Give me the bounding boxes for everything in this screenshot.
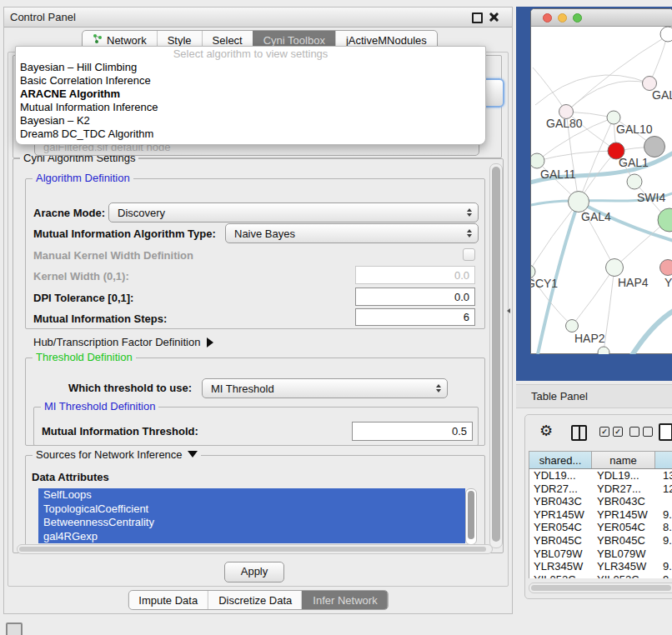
split-view-icon[interactable]: [571, 425, 587, 441]
network-edge[interactable]: [649, 36, 667, 83]
attribute-item-betweennesscentrality[interactable]: BetweennessCentrality: [38, 516, 465, 530]
mi-type-select[interactable]: Naive Bayes: [225, 223, 479, 243]
network-window-titlebar[interactable]: [531, 9, 672, 27]
network-node[interactable]: [644, 137, 665, 158]
table-row[interactable]: YLR345WYLR345W9.: [529, 560, 672, 573]
settings-scrollbar[interactable]: [489, 163, 503, 548]
sources-title[interactable]: Sources for Network Inference: [33, 449, 201, 461]
node-label-swi4: SWI4: [637, 191, 665, 204]
docked-panel-icon[interactable]: [6, 622, 23, 635]
table-row[interactable]: YIL052CYIL052C9.: [529, 573, 672, 578]
network-node-swi4[interactable]: [627, 174, 642, 189]
network-edge[interactable]: [533, 68, 566, 112]
table-cell: 9.: [655, 508, 672, 522]
kernel-width-input[interactable]: 0.0: [355, 266, 475, 284]
table-row[interactable]: YPR145WYPR145W9.: [529, 508, 672, 522]
algorithm-option-basic-correlation-inference[interactable]: Basic Correlation Inference: [16, 74, 485, 88]
network-edge[interactable]: [604, 268, 614, 352]
tab-impute-data[interactable]: Impute Data: [128, 591, 208, 609]
algorithm-option-bayesian-k2[interactable]: Bayesian – K2: [16, 114, 485, 128]
network-node-y[interactable]: [660, 260, 672, 276]
algorithm-option-aracne-algorithm[interactable]: ARACNE Algorithm: [16, 88, 485, 101]
network-node-hap4[interactable]: [606, 259, 624, 277]
algorithm-option-mutual-information-inference[interactable]: Mutual Information Inference: [16, 101, 485, 114]
mi-steps-input[interactable]: 6: [355, 308, 475, 326]
attributes-scrollbar[interactable]: [465, 488, 477, 545]
float-window-icon[interactable]: [472, 12, 483, 23]
column-header-name[interactable]: name: [592, 452, 655, 468]
table-cell: 9.: [655, 560, 672, 573]
column-header-shared-[interactable]: shared...: [529, 452, 592, 468]
network-edge[interactable]: [566, 81, 649, 112]
minimize-traffic-light-icon[interactable]: [558, 13, 567, 22]
settings-hscrollbar[interactable]: [17, 544, 493, 554]
splitter-handle-icon[interactable]: [507, 308, 510, 313]
node-label-gal: GAL: [652, 88, 672, 102]
table-cell: 9.: [655, 534, 672, 548]
dpi-tolerance-value: 0.0: [454, 291, 469, 303]
network-edge[interactable]: [531, 202, 579, 272]
network-node-hap2[interactable]: [566, 320, 579, 332]
dpi-tolerance-label: DPI Tolerance [0,1]:: [33, 292, 133, 304]
which-threshold-label: Which threshold to use:: [68, 382, 192, 394]
tab-discretize-data[interactable]: Discretize Data: [208, 591, 302, 609]
document-icon[interactable]: [659, 423, 672, 441]
network-node[interactable]: [660, 27, 672, 42]
table-cell: [655, 495, 672, 508]
table-cell: YBL079W: [592, 548, 655, 561]
network-node-gal11[interactable]: [531, 153, 544, 168]
gear-icon[interactable]: ⚙: [539, 423, 553, 438]
network-node[interactable]: [598, 347, 609, 354]
network-edge-thick[interactable]: [629, 308, 672, 354]
tab-infer-network[interactable]: Infer Network: [302, 591, 387, 609]
close-traffic-light-icon[interactable]: [543, 13, 552, 22]
stepper-icon: [467, 229, 472, 238]
algorithm-option-dream8-dc-tdc-algorithm[interactable]: Dream8 DC_TDC Algorithm: [16, 128, 485, 141]
mi-type-value: Naive Bayes: [234, 228, 295, 240]
mi-threshold-input[interactable]: 0.5: [352, 422, 473, 441]
tab-label: Select: [213, 34, 243, 47]
mi-steps-label: Mutual Information Steps:: [33, 312, 167, 325]
algorithm-dropdown-popup: Select algorithm to view settings Bayesi…: [15, 46, 486, 145]
network-icon: [93, 33, 103, 47]
table-hscrollbar[interactable]: [529, 582, 672, 593]
algorithm-option-bayesian-hill-climbing[interactable]: Bayesian – Hill Climbing: [16, 61, 485, 74]
tab-label: Style: [168, 34, 192, 47]
manual-kernel-checkbox[interactable]: [463, 248, 475, 261]
attribute-item-gal4rgexp[interactable]: gal4RGexp: [38, 530, 465, 544]
network-node-gal4[interactable]: [569, 192, 589, 212]
aracne-mode-select[interactable]: Discovery: [108, 202, 479, 222]
table-cell: YBR045C: [529, 534, 592, 548]
node-label-gcy1: GCY1: [531, 277, 558, 290]
table-row[interactable]: YER054CYER054C8.: [529, 521, 672, 534]
table-row[interactable]: YDL19...YDL19...13: [529, 469, 672, 482]
attribute-item-topologicalcoefficient[interactable]: TopologicalCoefficient: [38, 502, 465, 517]
attribute-item-selfloops[interactable]: SelfLoops: [38, 488, 465, 502]
hub-definition-toggle[interactable]: Hub/Transcription Factor Definition: [33, 336, 213, 348]
table-row[interactable]: YBL079WYBL079W: [529, 548, 672, 561]
table-row[interactable]: YDR27...YDR27...12: [529, 482, 672, 496]
unchecked-columns-icon[interactable]: [629, 427, 653, 437]
network-edge[interactable]: [535, 75, 649, 105]
app-screen: Control Panel NetworkStyleSelectCyni Too…: [0, 0, 672, 635]
node-label-gal80: GAL80: [546, 117, 583, 130]
checked-columns-icon[interactable]: ✓✓: [599, 427, 623, 437]
zoom-traffic-light-icon[interactable]: [573, 13, 582, 22]
network-node[interactable]: [658, 208, 672, 232]
network-canvas[interactable]: GALGAL80GAL10GAL1GAL11SWI4GAL4GCY1HAP4YH…: [531, 26, 672, 354]
tab-label: Infer Network: [313, 594, 377, 607]
table-row[interactable]: YBR043CYBR043C: [529, 495, 672, 508]
table-cell: YBR045C: [592, 534, 655, 548]
column-header-clipped[interactable]: [655, 452, 672, 468]
tab-label: Cyni Toolbox: [263, 34, 325, 47]
table-row[interactable]: YBR045CYBR045C9.: [529, 534, 672, 548]
dpi-tolerance-input[interactable]: 0.0: [355, 288, 475, 306]
data-attributes-list[interactable]: SelfLoopsTopologicalCoefficientBetweenne…: [38, 488, 465, 543]
network-edge[interactable]: [569, 38, 664, 109]
control-panel: Control Panel NetworkStyleSelectCyni Too…: [3, 7, 513, 614]
apply-button[interactable]: Apply: [224, 562, 284, 582]
node-label-gal4: GAL4: [581, 210, 611, 223]
which-threshold-select[interactable]: MI Threshold: [202, 378, 448, 398]
close-icon[interactable]: [489, 12, 499, 22]
mi-threshold-value: 0.5: [452, 425, 467, 438]
